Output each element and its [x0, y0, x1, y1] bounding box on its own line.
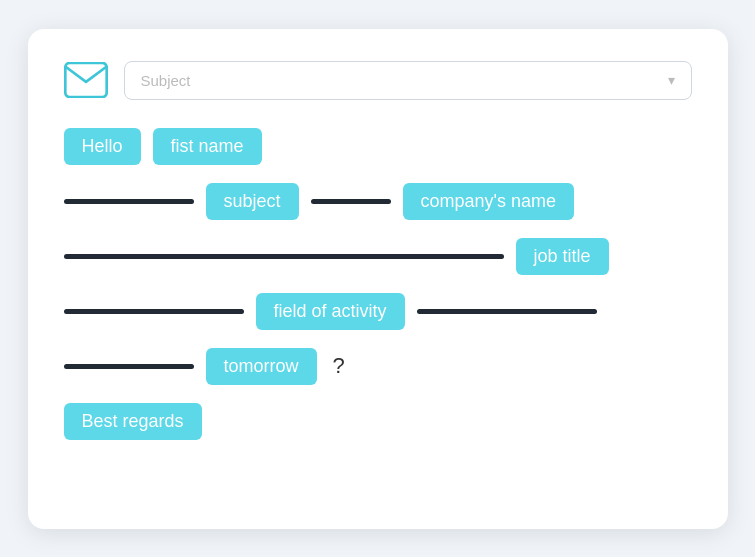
question-mark: ? [333, 353, 345, 379]
tag-field-of-activity[interactable]: field of activity [256, 293, 405, 330]
dash-2 [311, 199, 391, 204]
svg-rect-0 [65, 63, 106, 97]
tag-companys-name[interactable]: company's name [403, 183, 575, 220]
subject-placeholder: Subject [141, 72, 191, 89]
mail-icon [64, 62, 108, 98]
dash-3 [64, 254, 504, 259]
dash-1 [64, 199, 194, 204]
tag-subject[interactable]: subject [206, 183, 299, 220]
line-3: job title [64, 238, 692, 275]
subject-dropdown[interactable]: Subject ▾ [124, 61, 692, 100]
chevron-down-icon: ▾ [668, 72, 675, 88]
line-4: field of activity [64, 293, 692, 330]
dash-4 [64, 309, 244, 314]
dash-5 [417, 309, 597, 314]
line-1: Hello fist name [64, 128, 692, 165]
tag-tomorrow[interactable]: tomorrow [206, 348, 317, 385]
tag-job-title[interactable]: job title [516, 238, 609, 275]
email-template-card: Subject ▾ Hello fist name subject compan… [28, 29, 728, 529]
line-6: Best regards [64, 403, 692, 440]
content-area: Hello fist name subject company's name j… [64, 128, 692, 458]
line-2: subject company's name [64, 183, 692, 220]
line-5: tomorrow ? [64, 348, 692, 385]
tag-first-name[interactable]: fist name [153, 128, 262, 165]
tag-hello[interactable]: Hello [64, 128, 141, 165]
tag-best-regards[interactable]: Best regards [64, 403, 202, 440]
header-row: Subject ▾ [64, 61, 692, 100]
dash-6 [64, 364, 194, 369]
